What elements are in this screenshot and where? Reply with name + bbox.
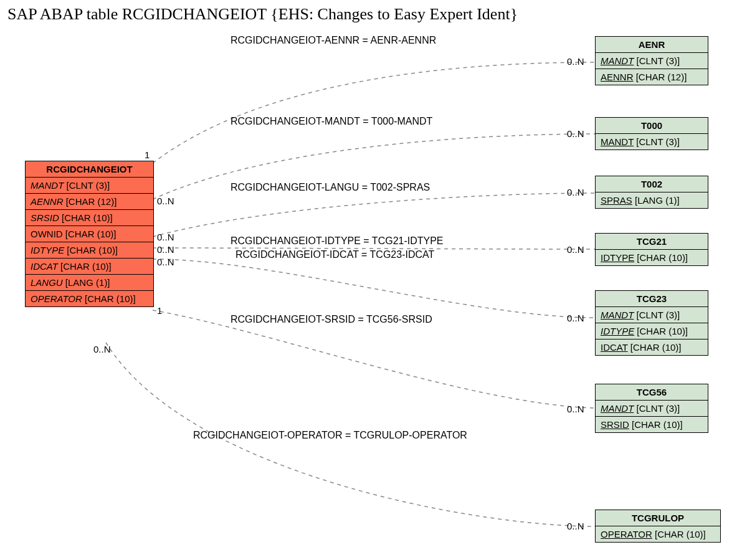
field-row: OWNID [CHAR (10)] xyxy=(26,226,153,242)
entity-header: T000 xyxy=(596,118,708,134)
field-row: MANDT [CLNT (3)] xyxy=(596,134,708,149)
rel-label-tcgrulop: RCGIDCHANGEIOT-OPERATOR = TCGRULOP-OPERA… xyxy=(193,430,467,441)
field-row: LANGU [LANG (1)] xyxy=(26,275,153,291)
field-row: IDTYPE [CHAR (10)] xyxy=(596,250,708,265)
field-row: SRSID [CHAR (10)] xyxy=(596,417,708,432)
card-left-zn1: 0..N xyxy=(157,196,174,206)
field-row: SRSID [CHAR (10)] xyxy=(26,210,153,226)
entity-header: RCGIDCHANGEIOT xyxy=(26,161,153,178)
entity-t002: T002 SPRAS [LANG (1)] xyxy=(595,176,708,209)
entity-tcgrulop: TCGRULOP OPERATOR [CHAR (10)] xyxy=(595,510,721,543)
field-row: IDCAT [CHAR (10)] xyxy=(596,339,708,355)
field-row: OPERATOR [CHAR (10)] xyxy=(596,526,720,542)
rel-label-t002: RCGIDCHANGEIOT-LANGU = T002-SPRAS xyxy=(231,182,430,193)
page-title: SAP ABAP table RCGIDCHANGEIOT {EHS: Chan… xyxy=(7,5,518,24)
field-row: AENNR [CHAR (12)] xyxy=(26,194,153,210)
card-right-aenr: 0..N xyxy=(567,56,584,67)
entity-header: TCG21 xyxy=(596,234,708,250)
field-row: IDTYPE [CHAR (10)] xyxy=(596,323,708,339)
field-row: MANDT [CLNT (3)] xyxy=(596,307,708,323)
rel-label-tcg21: RCGIDCHANGEIOT-IDTYPE = TCG21-IDTYPE xyxy=(231,235,444,247)
entity-aenr: AENR MANDT [CLNT (3)] AENNR [CHAR (12)] xyxy=(595,36,708,85)
card-left-zn4: 0..N xyxy=(157,257,174,267)
rel-label-aenr: RCGIDCHANGEIOT-AENNR = AENR-AENNR xyxy=(231,35,436,46)
entity-header: AENR xyxy=(596,37,708,53)
rel-label-tcg56: RCGIDCHANGEIOT-SRSID = TCG56-SRSID xyxy=(231,314,432,325)
entity-header: TCG56 xyxy=(596,384,708,401)
field-row: IDCAT [CHAR (10)] xyxy=(26,259,153,275)
card-left-1b: 1 xyxy=(157,305,162,316)
field-row: SPRAS [LANG (1)] xyxy=(596,192,708,208)
card-left-1a: 1 xyxy=(145,149,150,160)
card-left-zn3: 0..N xyxy=(157,244,174,255)
field-row: MANDT [CLNT (3)] xyxy=(596,53,708,69)
field-row: OPERATOR [CHAR (10)] xyxy=(26,291,153,306)
field-row: MANDT [CLNT (3)] xyxy=(596,401,708,417)
field-row: IDTYPE [CHAR (10)] xyxy=(26,242,153,259)
card-left-zn5: 0..N xyxy=(93,344,111,354)
entity-header: T002 xyxy=(596,176,708,192)
entity-t000: T000 MANDT [CLNT (3)] xyxy=(595,117,708,150)
rel-label-tcg23: RCGIDCHANGEIOT-IDCAT = TCG23-IDCAT xyxy=(235,249,434,260)
card-right-t000: 0..N xyxy=(567,128,584,139)
field-row: AENNR [CHAR (12)] xyxy=(596,69,708,85)
entity-rcgidchangeiot: RCGIDCHANGEIOT MANDT [CLNT (3)] AENNR [C… xyxy=(25,161,154,307)
rel-label-t000: RCGIDCHANGEIOT-MANDT = T000-MANDT xyxy=(231,116,432,127)
card-right-tcg21: 0..N xyxy=(567,244,584,255)
entity-header: TCG23 xyxy=(596,291,708,307)
card-right-t002: 0..N xyxy=(567,187,584,197)
field-row: MANDT [CLNT (3)] xyxy=(26,178,153,194)
entity-tcg23: TCG23 MANDT [CLNT (3)] IDTYPE [CHAR (10)… xyxy=(595,290,708,356)
entity-header: TCGRULOP xyxy=(596,510,720,526)
card-left-zn2: 0..N xyxy=(157,232,174,242)
entity-tcg56: TCG56 MANDT [CLNT (3)] SRSID [CHAR (10)] xyxy=(595,384,708,433)
card-right-tcg23: 0..N xyxy=(567,313,584,323)
card-right-tcgrulop: 0..N xyxy=(567,521,584,531)
entity-tcg21: TCG21 IDTYPE [CHAR (10)] xyxy=(595,233,708,266)
card-right-tcg56: 0..N xyxy=(567,404,584,414)
